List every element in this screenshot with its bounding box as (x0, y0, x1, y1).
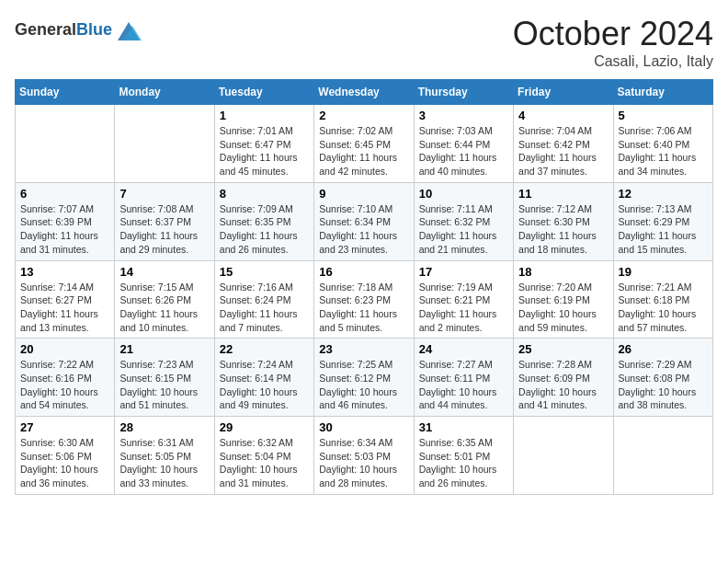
calendar-cell: 9Sunrise: 7:10 AMSunset: 6:34 PMDaylight… (314, 182, 414, 260)
day-number: 29 (220, 420, 309, 434)
calendar-cell: 1Sunrise: 7:01 AMSunset: 6:47 PMDaylight… (214, 105, 313, 183)
calendar-week-row: 1Sunrise: 7:01 AMSunset: 6:47 PMDaylight… (16, 105, 713, 183)
logo-text-general: General (15, 20, 76, 39)
calendar-cell: 8Sunrise: 7:09 AMSunset: 6:35 PMDaylight… (214, 182, 313, 260)
weekday-header-friday: Friday (514, 80, 613, 105)
day-info: Sunrise: 7:01 AMSunset: 6:47 PMDaylight:… (220, 124, 309, 178)
day-number: 3 (419, 109, 508, 122)
day-number: 1 (220, 109, 309, 122)
calendar-cell: 29Sunrise: 6:32 AMSunset: 5:04 PMDayligh… (214, 417, 313, 495)
day-number: 5 (619, 109, 708, 122)
day-info: Sunrise: 7:15 AMSunset: 6:26 PMDaylight:… (119, 281, 209, 335)
calendar-cell: 25Sunrise: 7:28 AMSunset: 6:09 PMDayligh… (514, 339, 613, 417)
calendar-cell: 24Sunrise: 7:27 AMSunset: 6:11 PMDayligh… (414, 339, 513, 417)
day-info: Sunrise: 7:29 AMSunset: 6:08 PMDaylight:… (619, 358, 708, 412)
day-number: 7 (119, 187, 209, 201)
calendar-cell (613, 417, 712, 495)
day-info: Sunrise: 7:16 AMSunset: 6:24 PMDaylight:… (220, 281, 309, 335)
calendar-cell: 4Sunrise: 7:04 AMSunset: 6:42 PMDaylight… (514, 105, 613, 183)
calendar-week-row: 27Sunrise: 6:30 AMSunset: 5:06 PMDayligh… (16, 417, 713, 495)
calendar-cell: 3Sunrise: 7:03 AMSunset: 6:44 PMDaylight… (414, 105, 513, 183)
day-number: 27 (20, 420, 109, 434)
day-info: Sunrise: 7:09 AMSunset: 6:35 PMDaylight:… (220, 202, 309, 257)
day-info: Sunrise: 7:11 AMSunset: 6:32 PMDaylight:… (419, 202, 508, 257)
day-info: Sunrise: 7:03 AMSunset: 6:44 PMDaylight:… (419, 124, 508, 178)
day-number: 9 (319, 187, 408, 201)
day-number: 20 (20, 342, 109, 356)
day-info: Sunrise: 6:30 AMSunset: 5:06 PMDaylight:… (20, 436, 109, 490)
day-number: 21 (119, 342, 209, 356)
day-info: Sunrise: 7:07 AMSunset: 6:39 PMDaylight:… (20, 202, 109, 257)
day-info: Sunrise: 7:22 AMSunset: 6:16 PMDaylight:… (20, 358, 109, 412)
calendar-cell: 21Sunrise: 7:23 AMSunset: 6:15 PMDayligh… (115, 339, 214, 417)
calendar-cell: 2Sunrise: 7:02 AMSunset: 6:45 PMDaylight… (314, 105, 414, 183)
calendar-cell: 27Sunrise: 6:30 AMSunset: 5:06 PMDayligh… (16, 417, 115, 495)
day-info: Sunrise: 7:04 AMSunset: 6:42 PMDaylight:… (518, 124, 608, 178)
day-number: 10 (419, 187, 508, 201)
day-number: 12 (619, 187, 708, 201)
calendar-cell: 7Sunrise: 7:08 AMSunset: 6:37 PMDaylight… (115, 182, 214, 260)
calendar-cell: 31Sunrise: 6:35 AMSunset: 5:01 PMDayligh… (414, 417, 513, 495)
day-info: Sunrise: 7:08 AMSunset: 6:37 PMDaylight:… (119, 202, 209, 257)
day-number: 2 (319, 109, 408, 122)
day-number: 24 (419, 342, 508, 356)
day-info: Sunrise: 7:23 AMSunset: 6:15 PMDaylight:… (119, 358, 209, 412)
calendar-cell: 16Sunrise: 7:18 AMSunset: 6:23 PMDayligh… (314, 260, 414, 339)
day-number: 22 (220, 342, 309, 356)
calendar-week-row: 20Sunrise: 7:22 AMSunset: 6:16 PMDayligh… (16, 339, 713, 417)
location: Casali, Lazio, Italy (513, 53, 713, 70)
calendar-cell: 20Sunrise: 7:22 AMSunset: 6:16 PMDayligh… (16, 339, 115, 417)
day-info: Sunrise: 7:19 AMSunset: 6:21 PMDaylight:… (419, 281, 508, 335)
day-number: 15 (220, 265, 309, 279)
logo-text-blue: Blue (76, 20, 112, 39)
day-number: 28 (119, 420, 209, 434)
day-info: Sunrise: 7:13 AMSunset: 6:29 PMDaylight:… (619, 202, 708, 257)
calendar-week-row: 6Sunrise: 7:07 AMSunset: 6:39 PMDaylight… (16, 182, 713, 260)
calendar-cell (115, 105, 214, 183)
day-info: Sunrise: 7:20 AMSunset: 6:19 PMDaylight:… (518, 281, 608, 335)
day-number: 31 (419, 420, 508, 434)
day-info: Sunrise: 7:14 AMSunset: 6:27 PMDaylight:… (20, 281, 109, 335)
day-info: Sunrise: 7:18 AMSunset: 6:23 PMDaylight:… (319, 281, 408, 335)
weekday-header-wednesday: Wednesday (314, 80, 414, 105)
title-block: October 2024 Casali, Lazio, Italy (513, 15, 713, 70)
calendar-cell: 6Sunrise: 7:07 AMSunset: 6:39 PMDaylight… (16, 182, 115, 260)
day-number: 14 (119, 265, 209, 279)
day-number: 19 (619, 265, 708, 279)
calendar-cell: 18Sunrise: 7:20 AMSunset: 6:19 PMDayligh… (514, 260, 613, 339)
logo: GeneralBlue (15, 15, 143, 44)
calendar-week-row: 13Sunrise: 7:14 AMSunset: 6:27 PMDayligh… (16, 260, 713, 339)
calendar-cell (514, 417, 613, 495)
day-number: 4 (518, 109, 608, 122)
logo-icon (114, 15, 143, 44)
day-info: Sunrise: 7:24 AMSunset: 6:14 PMDaylight:… (220, 358, 309, 412)
calendar-cell: 13Sunrise: 7:14 AMSunset: 6:27 PMDayligh… (16, 260, 115, 339)
calendar-cell (16, 105, 115, 183)
day-number: 11 (518, 187, 608, 201)
calendar-cell: 12Sunrise: 7:13 AMSunset: 6:29 PMDayligh… (613, 182, 712, 260)
calendar-cell: 22Sunrise: 7:24 AMSunset: 6:14 PMDayligh… (214, 339, 313, 417)
day-info: Sunrise: 7:06 AMSunset: 6:40 PMDaylight:… (619, 124, 708, 178)
weekday-header-sunday: Sunday (16, 80, 115, 105)
day-info: Sunrise: 7:25 AMSunset: 6:12 PMDaylight:… (319, 358, 408, 412)
day-number: 26 (619, 342, 708, 356)
day-info: Sunrise: 7:28 AMSunset: 6:09 PMDaylight:… (518, 358, 608, 412)
calendar-cell: 23Sunrise: 7:25 AMSunset: 6:12 PMDayligh… (314, 339, 414, 417)
day-number: 17 (419, 265, 508, 279)
day-info: Sunrise: 6:35 AMSunset: 5:01 PMDaylight:… (419, 436, 508, 490)
calendar-cell: 11Sunrise: 7:12 AMSunset: 6:30 PMDayligh… (514, 182, 613, 260)
weekday-header-saturday: Saturday (613, 80, 712, 105)
day-info: Sunrise: 7:27 AMSunset: 6:11 PMDaylight:… (419, 358, 508, 412)
calendar-header-row: SundayMondayTuesdayWednesdayThursdayFrid… (16, 80, 713, 105)
weekday-header-thursday: Thursday (414, 80, 513, 105)
day-number: 18 (518, 265, 608, 279)
day-number: 25 (518, 342, 608, 356)
calendar-cell: 26Sunrise: 7:29 AMSunset: 6:08 PMDayligh… (613, 339, 712, 417)
calendar-cell: 17Sunrise: 7:19 AMSunset: 6:21 PMDayligh… (414, 260, 513, 339)
calendar-cell: 10Sunrise: 7:11 AMSunset: 6:32 PMDayligh… (414, 182, 513, 260)
day-info: Sunrise: 7:21 AMSunset: 6:18 PMDaylight:… (619, 281, 708, 335)
page-header: GeneralBlue October 2024 Casali, Lazio, … (15, 15, 713, 70)
month-title: October 2024 (513, 15, 713, 53)
weekday-header-tuesday: Tuesday (214, 80, 313, 105)
day-number: 6 (20, 187, 109, 201)
